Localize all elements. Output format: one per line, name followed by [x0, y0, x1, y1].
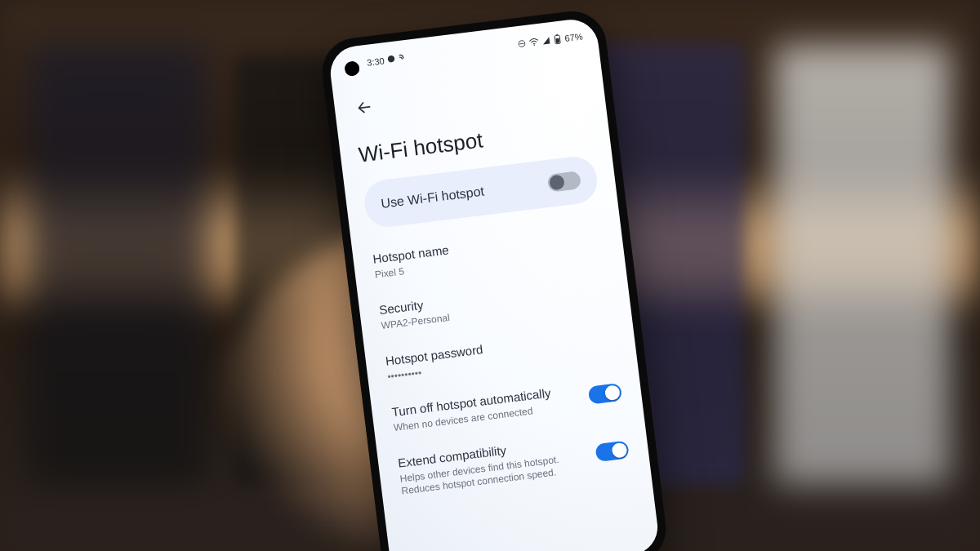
back-button[interactable]: [351, 95, 376, 120]
use-hotspot-toggle[interactable]: [547, 171, 581, 193]
svg-point-3: [533, 44, 535, 46]
svg-line-2: [519, 43, 523, 44]
use-hotspot-label: Use Wi-Fi hotspot: [380, 184, 484, 211]
messenger-icon: [387, 55, 396, 65]
dnd-icon: [517, 39, 526, 48]
arrow-left-icon: [355, 98, 373, 116]
signal-icon: [541, 36, 550, 45]
battery-icon: [553, 34, 562, 45]
wifi-icon: [528, 38, 539, 47]
phone-screen: 3:30: [327, 16, 661, 551]
punch-hole-camera: [344, 60, 360, 77]
status-time: 3:30: [367, 56, 385, 68]
auto-off-toggle[interactable]: [588, 383, 622, 405]
compat-toggle[interactable]: [595, 440, 629, 462]
nfc-icon: [399, 53, 408, 64]
battery-percent: 67%: [564, 31, 583, 43]
svg-rect-6: [555, 38, 559, 43]
svg-point-0: [388, 55, 395, 62]
